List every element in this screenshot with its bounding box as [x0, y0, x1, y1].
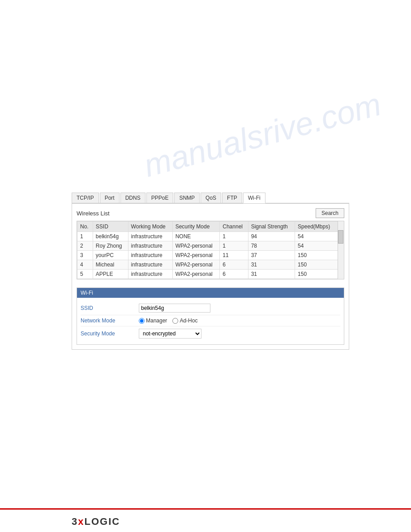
- col-working-mode: Working Mode: [128, 222, 172, 232]
- cell-working_mode: infrastructure: [128, 260, 172, 270]
- cell-no: 5: [77, 270, 93, 279]
- cell-channel: 11: [220, 251, 248, 260]
- cell-signal_strength: 31: [248, 260, 295, 270]
- logo-prefix: 3: [72, 516, 78, 527]
- cell-ssid: Micheal: [93, 260, 128, 270]
- main-panel: Wireless List Search No. SSID Working Mo…: [72, 203, 349, 350]
- page-wrapper: manualsrive.com TCP/IP Port DDNS PPPoE S…: [0, 0, 411, 532]
- adhoc-radio[interactable]: [172, 318, 178, 324]
- ssid-label: SSID: [81, 305, 139, 311]
- cell-working_mode: infrastructure: [128, 251, 172, 260]
- tab-ddns[interactable]: DDNS: [120, 193, 146, 203]
- manager-label: Manager: [146, 317, 167, 324]
- wifi-config-header: Wi-Fi: [77, 288, 344, 298]
- table-row[interactable]: 5APPLEinfrastructureWPA2-personal631150: [77, 270, 344, 279]
- search-button[interactable]: Search: [316, 208, 344, 218]
- adhoc-radio-label: Ad-Hoc: [172, 317, 197, 324]
- tab-port[interactable]: Port: [100, 193, 120, 203]
- network-mode-options: Manager Ad-Hoc: [139, 317, 340, 324]
- cell-ssid: yourPC: [93, 251, 128, 260]
- manager-radio[interactable]: [139, 318, 145, 324]
- cell-ssid: Roy Zhong: [93, 241, 128, 251]
- content-area: TCP/IP Port DDNS PPPoE SNMP QoS FTP Wi-F…: [72, 193, 349, 350]
- cell-security_mode: WPA2-personal: [172, 260, 220, 270]
- tab-qos[interactable]: QoS: [201, 193, 221, 203]
- ssid-value: [139, 304, 340, 313]
- ssid-input[interactable]: [139, 304, 210, 313]
- wireless-list-title: Wireless List: [77, 210, 110, 217]
- cell-working_mode: infrastructure: [128, 232, 172, 241]
- cell-speed: 54: [295, 232, 344, 241]
- cell-channel: 6: [220, 270, 248, 279]
- cell-channel: 6: [220, 260, 248, 270]
- cell-security_mode: WPA2-personal: [172, 251, 220, 260]
- cell-signal_strength: 94: [248, 232, 295, 241]
- table-row[interactable]: 3yourPCinfrastructureWPA2-personal113715…: [77, 251, 344, 260]
- col-speed: Speed(Mbps): [295, 222, 344, 232]
- wireless-list-header: Wireless List Search: [77, 208, 344, 218]
- cell-speed: 150: [295, 270, 344, 279]
- scrollbar[interactable]: [338, 221, 344, 279]
- cell-ssid: APPLE: [93, 270, 128, 279]
- cell-security_mode: WPA2-personal: [172, 270, 220, 279]
- cell-security_mode: WPA2-personal: [172, 241, 220, 251]
- bottom-bar: [0, 508, 411, 510]
- cell-ssid: belkin54g: [93, 232, 128, 241]
- wifi-config: Wi-Fi SSID Network Mode Manage: [77, 287, 344, 345]
- cell-speed: 54: [295, 241, 344, 251]
- cell-channel: 1: [220, 241, 248, 251]
- cell-signal_strength: 31: [248, 270, 295, 279]
- cell-speed: 150: [295, 251, 344, 260]
- cell-signal_strength: 78: [248, 241, 295, 251]
- tab-wifi[interactable]: Wi-Fi: [243, 193, 265, 203]
- logo-area: 3xLOGIC: [72, 516, 120, 528]
- tab-snmp[interactable]: SNMP: [174, 193, 200, 203]
- cell-channel: 1: [220, 232, 248, 241]
- ssid-row: SSID: [81, 301, 340, 315]
- cell-no: 2: [77, 241, 93, 251]
- manager-radio-label: Manager: [139, 317, 167, 324]
- cell-no: 1: [77, 232, 93, 241]
- logo-x: x: [78, 516, 84, 527]
- cell-working_mode: infrastructure: [128, 270, 172, 279]
- col-security-mode: Security Mode: [172, 222, 220, 232]
- logo-suffix: LOGIC: [85, 516, 120, 527]
- security-mode-select[interactable]: not-encrypted WEP WPA-personal WPA2-pers…: [139, 329, 201, 339]
- col-no: No.: [77, 222, 93, 232]
- cell-speed: 150: [295, 260, 344, 270]
- table-wrapper: No. SSID Working Mode Security Mode Chan…: [77, 221, 344, 279]
- cell-security_mode: NONE: [172, 232, 220, 241]
- table-row[interactable]: 1belkin54ginfrastructureNONE19454: [77, 232, 344, 241]
- network-mode-row: Network Mode Manager Ad-Hoc: [81, 315, 340, 326]
- security-mode-value: not-encrypted WEP WPA-personal WPA2-pers…: [139, 329, 340, 339]
- tab-ftp[interactable]: FTP: [222, 193, 242, 203]
- cell-no: 4: [77, 260, 93, 270]
- wifi-table: No. SSID Working Mode Security Mode Chan…: [77, 221, 344, 279]
- adhoc-label: Ad-Hoc: [180, 317, 197, 324]
- col-signal-strength: Signal Strength: [248, 222, 295, 232]
- security-mode-row: Security Mode not-encrypted WEP WPA-pers…: [81, 326, 340, 341]
- table-header-row: No. SSID Working Mode Security Mode Chan…: [77, 222, 344, 232]
- col-channel: Channel: [220, 222, 248, 232]
- scrollbar-thumb[interactable]: [338, 230, 343, 244]
- table-row[interactable]: 4MichealinfrastructureWPA2-personal63115…: [77, 260, 344, 270]
- network-mode-label: Network Mode: [81, 317, 139, 324]
- cell-no: 3: [77, 251, 93, 260]
- tabs-bar: TCP/IP Port DDNS PPPoE SNMP QoS FTP Wi-F…: [72, 193, 349, 203]
- security-mode-label: Security Mode: [81, 330, 139, 337]
- watermark: manualsrive.com: [140, 86, 385, 184]
- cell-working_mode: infrastructure: [128, 241, 172, 251]
- tab-pppoe[interactable]: PPPoE: [146, 193, 174, 203]
- cell-signal_strength: 37: [248, 251, 295, 260]
- wifi-config-body: SSID Network Mode Manager: [77, 298, 344, 344]
- table-row[interactable]: 2Roy ZhonginfrastructureWPA2-personal178…: [77, 241, 344, 251]
- col-ssid: SSID: [93, 222, 128, 232]
- tab-tcpip[interactable]: TCP/IP: [72, 193, 99, 203]
